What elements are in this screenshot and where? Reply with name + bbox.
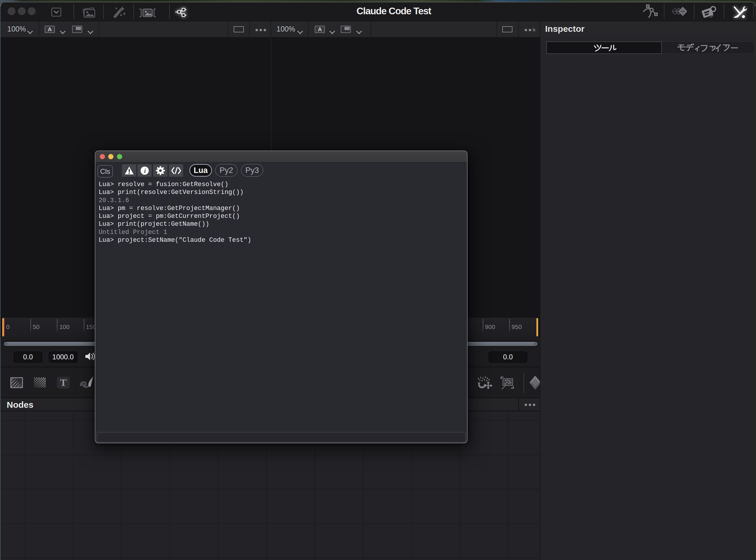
svg-text:i: i — [144, 167, 146, 175]
